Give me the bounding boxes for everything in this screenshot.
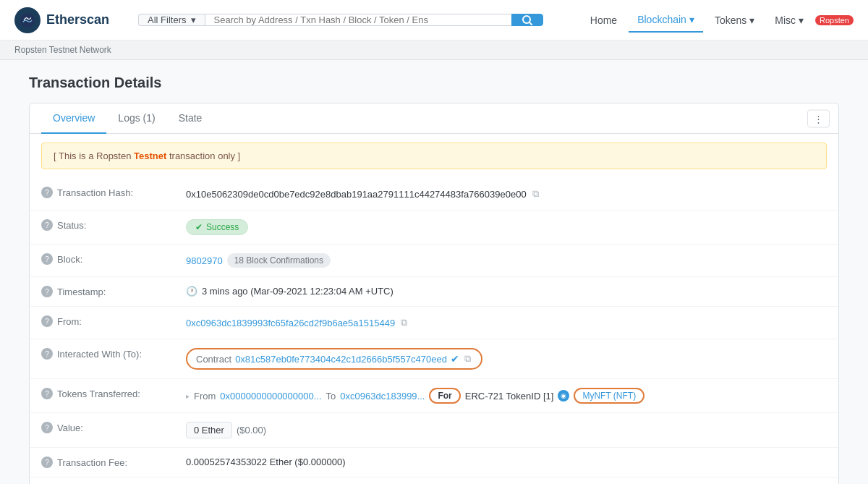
logo[interactable]: Etherscan bbox=[14, 7, 109, 33]
tx-fee-row: ? Transaction Fee: 0.00052574353022 Ethe… bbox=[30, 448, 838, 477]
verified-icon: ✔ bbox=[451, 353, 459, 365]
help-icon[interactable]: ? bbox=[41, 187, 53, 198]
gas-price-row: ? Gas Price: 0.000000001889505363 Ether … bbox=[30, 477, 838, 484]
from-address-link[interactable]: 0xc0963dc1839993fc65fa26cd2f9b6ae5a15154… bbox=[186, 318, 395, 328]
search-input[interactable] bbox=[205, 14, 512, 26]
help-icon[interactable]: ? bbox=[41, 219, 53, 231]
copy-icon[interactable]: ⧉ bbox=[463, 352, 472, 366]
clock-icon: 🕐 bbox=[186, 286, 197, 297]
tx-hash-value: 0x10e5062309de0cd0be7edc92e8dbab191aa279… bbox=[186, 187, 827, 201]
help-icon[interactable]: ? bbox=[41, 286, 53, 297]
transaction-details-card: Overview Logs (1) State ⋮ [ This is a Ro… bbox=[29, 103, 839, 484]
timestamp-row: ? Timestamp: 🕐 3 mins ago (Mar-09-2021 1… bbox=[30, 277, 838, 307]
status-label: ? Status: bbox=[41, 219, 186, 231]
filter-label: All Filters bbox=[148, 14, 186, 25]
token-for-badge: For bbox=[429, 388, 460, 404]
value-label: ? Value: bbox=[41, 422, 186, 433]
block-value: 9802970 18 Block Confirmations bbox=[186, 253, 827, 268]
eth-value: 0 Ether bbox=[186, 422, 232, 438]
nft-icon: ◉ bbox=[558, 390, 569, 402]
logo-icon bbox=[14, 7, 41, 33]
sub-header: Ropsten Testnet Network bbox=[0, 41, 868, 60]
tab-bar: Overview Logs (1) State ⋮ bbox=[30, 103, 838, 134]
alert-suffix: transaction only ] bbox=[169, 150, 240, 161]
tokens-transferred-label: ? Tokens Transferred: bbox=[41, 388, 186, 399]
search-icon bbox=[522, 15, 532, 25]
nav-home[interactable]: Home bbox=[582, 9, 626, 32]
sub-header-label: Ropsten Testnet Network bbox=[14, 45, 111, 55]
tokens-transferred-row: ? Tokens Transferred: ▸ From 0x000000000… bbox=[30, 379, 838, 413]
contract-address-link[interactable]: 0x81c587eb0fe773404c42c1d2666b5f557c470e… bbox=[235, 354, 447, 365]
help-icon[interactable]: ? bbox=[41, 348, 53, 360]
copy-icon[interactable]: ⧉ bbox=[399, 315, 409, 330]
block-label: ? Block: bbox=[41, 253, 186, 265]
nav-blockchain[interactable]: Blockchain ▾ bbox=[629, 8, 703, 33]
from-value: 0xc0963dc1839993fc65fa26cd2f9b6ae5a15154… bbox=[186, 315, 827, 330]
contract-box: Contract 0x81c587eb0fe773404c42c1d2666b5… bbox=[186, 348, 482, 370]
interacted-with-label: ? Interacted With (To): bbox=[41, 348, 186, 360]
testnet-alert: [ This is a Ropsten Testnet transaction … bbox=[41, 143, 827, 169]
etherscan-logo-svg bbox=[20, 12, 35, 28]
tx-hash-row: ? Transaction Hash: 0x10e5062309de0cd0be… bbox=[30, 178, 838, 211]
interacted-with-row: ? Interacted With (To): Contract 0x81c58… bbox=[30, 339, 838, 379]
help-icon[interactable]: ? bbox=[41, 457, 53, 468]
filter-button[interactable]: All Filters ▾ bbox=[138, 14, 204, 26]
from-label: ? From: bbox=[41, 315, 186, 327]
help-icon[interactable]: ? bbox=[41, 253, 53, 265]
token-nft-badge[interactable]: MyNFT (NFT) bbox=[574, 388, 644, 404]
search-button[interactable] bbox=[511, 14, 543, 26]
interacted-with-value: Contract 0x81c587eb0fe773404c42c1d2666b5… bbox=[186, 348, 827, 370]
chevron-down-icon: ▾ bbox=[689, 14, 694, 25]
tx-fee-label: ? Transaction Fee: bbox=[41, 457, 186, 468]
logo-text: Etherscan bbox=[46, 12, 109, 27]
help-icon[interactable]: ? bbox=[41, 422, 53, 433]
chevron-down-icon: ▾ bbox=[191, 14, 196, 25]
chevron-down-icon: ▾ bbox=[799, 14, 804, 26]
tx-fee-value: 0.00052574353022 Ether ($0.000000) bbox=[186, 457, 827, 467]
copy-icon[interactable]: ⧉ bbox=[531, 187, 540, 201]
triangle-icon: ▸ bbox=[186, 392, 190, 400]
from-row: ? From: 0xc0963dc1839993fc65fa26cd2f9b6a… bbox=[30, 307, 838, 339]
tab-overview[interactable]: Overview bbox=[41, 103, 106, 134]
value-value: 0 Ether ($0.00) bbox=[186, 422, 827, 438]
status-value: ✔ Success bbox=[186, 219, 827, 235]
svg-point-0 bbox=[20, 13, 35, 27]
nav-misc[interactable]: Misc ▾ bbox=[766, 9, 812, 32]
help-icon[interactable]: ? bbox=[41, 388, 53, 399]
timestamp-label: ? Timestamp: bbox=[41, 286, 186, 297]
nav-tokens[interactable]: Tokens ▾ bbox=[706, 9, 763, 32]
block-row: ? Block: 9802970 18 Block Confirmations bbox=[30, 245, 838, 277]
tab-logs[interactable]: Logs (1) bbox=[106, 103, 166, 134]
block-number-link[interactable]: 9802970 bbox=[186, 255, 223, 266]
tokens-transferred-value: ▸ From 0x0000000000000000... To 0xc0963d… bbox=[186, 388, 827, 404]
network-badge: Ropsten bbox=[815, 15, 854, 25]
token-from-address-link[interactable]: 0x0000000000000000... bbox=[220, 391, 321, 402]
timestamp-value: 🕐 3 mins ago (Mar-09-2021 12:23:04 AM +U… bbox=[186, 286, 827, 297]
alert-network: Ropsten bbox=[96, 150, 131, 161]
value-row: ? Value: 0 Ether ($0.00) bbox=[30, 413, 838, 448]
page-title: Transaction Details bbox=[29, 75, 839, 91]
main-nav: Home Blockchain ▾ Tokens ▾ Misc ▾ Ropste… bbox=[582, 8, 854, 33]
top-navigation: Etherscan All Filters ▾ Home Blockchain … bbox=[0, 0, 868, 41]
help-icon[interactable]: ? bbox=[41, 315, 53, 327]
page-content: Transaction Details Overview Logs (1) St… bbox=[14, 60, 854, 484]
alert-highlight: Testnet bbox=[134, 150, 166, 161]
search-bar: All Filters ▾ bbox=[138, 14, 543, 26]
chevron-down-icon: ▾ bbox=[749, 14, 754, 26]
block-confirmations-badge: 18 Block Confirmations bbox=[227, 253, 331, 268]
check-icon: ✔ bbox=[195, 222, 203, 232]
status-badge: ✔ Success bbox=[186, 219, 248, 235]
alert-prefix: [ This is a bbox=[54, 150, 96, 161]
tab-state[interactable]: State bbox=[167, 103, 214, 134]
svg-line-2 bbox=[529, 22, 532, 25]
token-to-address-link[interactable]: 0xc0963dc183999... bbox=[340, 391, 425, 402]
status-row: ? Status: ✔ Success bbox=[30, 211, 838, 245]
tx-hash-label: ? Transaction Hash: bbox=[41, 187, 186, 198]
tab-options-button[interactable]: ⋮ bbox=[807, 109, 830, 127]
